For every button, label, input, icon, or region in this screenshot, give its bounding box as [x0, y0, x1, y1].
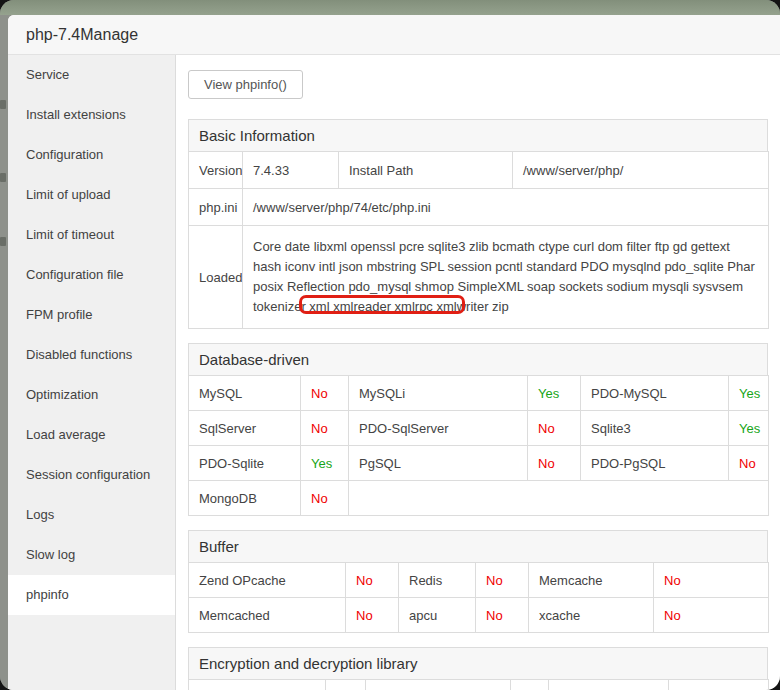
- sidebar-item-disabled-functions[interactable]: Disabled functions: [8, 335, 175, 375]
- cell-label: PDO-SqlServer: [349, 411, 528, 446]
- sidebar-item-optimization[interactable]: Optimization: [8, 375, 175, 415]
- database-driven-table: MySQL No MySQLi Yes PDO-MySQL Yes SqlSer…: [188, 375, 769, 516]
- cell-label: Redis: [399, 563, 476, 598]
- status-badge: No: [476, 563, 529, 598]
- cell-label: PDO-MySQL: [581, 376, 729, 411]
- cell-label: apcu: [399, 598, 476, 633]
- sidebar-item-fpm-profile[interactable]: FPM profile: [8, 295, 175, 335]
- sidebar-item-session-configuration[interactable]: Session configuration: [8, 455, 175, 495]
- sidebar-item-limit-of-timeout[interactable]: Limit of timeout: [8, 215, 175, 255]
- section-title: Database-driven: [188, 343, 768, 376]
- status-badge: No: [654, 598, 769, 633]
- section-buffer: Buffer Zend OPcache No Redis No Memcache…: [188, 530, 768, 633]
- background-artifact: [0, 237, 6, 246]
- status-badge: No: [729, 446, 769, 481]
- status-badge: No: [654, 563, 769, 598]
- cell-label: PDO-Sqlite: [189, 446, 301, 481]
- cell-value: 7.4.33: [243, 152, 339, 189]
- status-badge: No: [346, 598, 399, 633]
- sidebar-item-configuration-file[interactable]: Configuration file: [8, 255, 175, 295]
- page-background-top: [0, 0, 780, 15]
- cell-label: Zend Guard Loader: [366, 680, 511, 690]
- basic-information-table: Version 7.4.33 Install Path /www/server/…: [188, 151, 769, 329]
- status-badge: No: [346, 563, 399, 598]
- table-row: Zend Optimizer No Zend Guard Loader No i…: [189, 680, 769, 690]
- cell-label: Zend OPcache: [189, 563, 346, 598]
- cell-label: MySQLi: [349, 376, 528, 411]
- status-badge: Yes: [528, 376, 581, 411]
- status-badge: Yes: [301, 446, 349, 481]
- table-row: Version 7.4.33 Install Path /www/server/…: [189, 152, 769, 189]
- table-row: SqlServer No PDO-SqlServer No Sqlite3 Ye…: [189, 411, 769, 446]
- sidebar-item-service[interactable]: Service: [8, 55, 175, 95]
- cell-label: Install Path: [339, 152, 513, 189]
- encryption-library-table: Zend Optimizer No Zend Guard Loader No i…: [188, 679, 769, 690]
- table-row: MySQL No MySQLi Yes PDO-MySQL Yes: [189, 376, 769, 411]
- sidebar-item-slow-log[interactable]: Slow log: [8, 535, 175, 575]
- table-row: Memcached No apcu No xcache No: [189, 598, 769, 633]
- section-title: Basic Information: [188, 119, 768, 152]
- page-background-left: [0, 15, 8, 690]
- table-row: MongoDB No: [189, 481, 769, 516]
- cell-label: Sqlite3: [581, 411, 729, 446]
- status-badge: Yes: [729, 376, 769, 411]
- section-title: Encryption and decryption library: [188, 647, 768, 680]
- sidebar-item-install-extensions[interactable]: Install extensions: [8, 95, 175, 135]
- sidebar-item-configuration[interactable]: Configuration: [8, 135, 175, 175]
- cell-label: xcache: [529, 598, 654, 633]
- dialog-title: php-7.4Manage: [26, 26, 138, 43]
- screenshot-root: php-7.4Manage Service Install extensions…: [0, 0, 780, 690]
- sidebar: Service Install extensions Configuration…: [8, 55, 176, 690]
- table-row: Zend OPcache No Redis No Memcache No: [189, 563, 769, 598]
- cell-label: php.ini: [189, 189, 243, 226]
- section-title: Buffer: [188, 530, 768, 563]
- section-database-driven: Database-driven MySQL No MySQLi Yes PDO-…: [188, 343, 768, 516]
- section-basic-information: Basic Information Version 7.4.33 Install…: [188, 119, 768, 329]
- dialog-titlebar: php-7.4Manage: [8, 15, 780, 55]
- table-row: php.ini /www/server/php/74/etc/php.ini: [189, 189, 769, 226]
- cell-label: PgSQL: [349, 446, 528, 481]
- background-artifact: [0, 100, 6, 109]
- annotation-red-box: [299, 295, 465, 314]
- buffer-table: Zend OPcache No Redis No Memcache No Mem…: [188, 562, 769, 633]
- status-badge: No: [511, 680, 549, 690]
- cell-value: /www/server/php/: [513, 152, 769, 189]
- status-badge: No: [528, 411, 581, 446]
- sidebar-item-phpinfo[interactable]: phpinfo: [8, 575, 175, 615]
- cell-empty: [349, 481, 769, 516]
- view-phpinfo-button[interactable]: View phpinfo(): [188, 70, 303, 99]
- status-badge: No: [301, 481, 349, 516]
- cell-label: Memcached: [189, 598, 346, 633]
- cell-label: PDO-PgSQL: [581, 446, 729, 481]
- table-row: PDO-Sqlite Yes PgSQL No PDO-PgSQL No: [189, 446, 769, 481]
- php-manage-dialog: php-7.4Manage Service Install extensions…: [8, 15, 780, 690]
- status-badge: No: [669, 680, 769, 690]
- cell-value: /www/server/php/74/etc/php.ini: [243, 189, 769, 226]
- background-artifact: [0, 173, 6, 182]
- table-row: Loaded Core date libxml openssl pcre sql…: [189, 226, 769, 329]
- status-badge: No: [326, 680, 366, 690]
- dialog-body: Service Install extensions Configuration…: [8, 55, 780, 690]
- sidebar-item-limit-of-upload[interactable]: Limit of upload: [8, 175, 175, 215]
- status-badge: No: [476, 598, 529, 633]
- cell-label: Loaded: [189, 226, 243, 329]
- cell-label: MongoDB: [189, 481, 301, 516]
- status-badge: No: [528, 446, 581, 481]
- cell-label: Zend Optimizer: [189, 680, 326, 690]
- status-badge: No: [301, 411, 349, 446]
- sidebar-item-logs[interactable]: Logs: [8, 495, 175, 535]
- cell-label: ionCube Loader: [549, 680, 669, 690]
- cell-label: SqlServer: [189, 411, 301, 446]
- cell-label: Version: [189, 152, 243, 189]
- cell-label: Memcache: [529, 563, 654, 598]
- section-encryption-library: Encryption and decryption library Zend O…: [188, 647, 768, 690]
- content-pane: View phpinfo() Basic Information Version…: [176, 55, 780, 690]
- status-badge: No: [301, 376, 349, 411]
- sidebar-item-load-average[interactable]: Load average: [8, 415, 175, 455]
- cell-label: MySQL: [189, 376, 301, 411]
- status-badge: Yes: [729, 411, 769, 446]
